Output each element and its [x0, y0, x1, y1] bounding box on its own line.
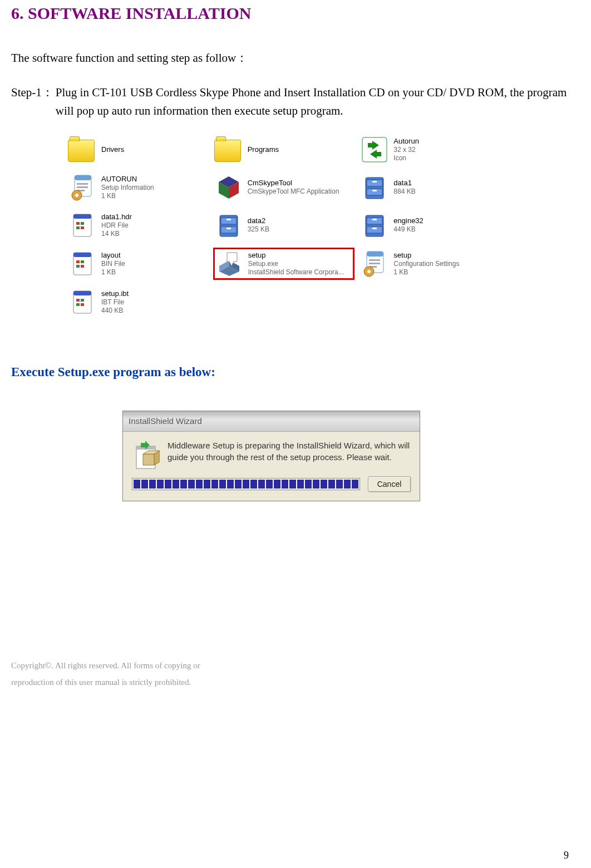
footer-line-2: reproduction of this user manual is stri… [11, 674, 580, 691]
step-1-body: Plug in CT-101 USB Cordless Skype Phone … [53, 83, 580, 121]
svg-rect-0 [362, 137, 387, 162]
generic-file-icon [68, 249, 97, 282]
footer-line-1: Copyright©. All rights reserved. All for… [11, 657, 580, 674]
progress-segment [134, 480, 140, 489]
svg-rect-21 [81, 222, 84, 225]
file-item[interactable]: data2325 KB [213, 210, 355, 241]
progress-segment [243, 480, 249, 489]
progress-segment [227, 480, 234, 489]
svg-rect-47 [369, 263, 380, 264]
page-number: 9 [564, 847, 569, 864]
subheading-execute-setup: Execute Setup.exe program as below: [11, 362, 580, 383]
generic-file-icon [68, 211, 97, 244]
svg-rect-23 [81, 226, 84, 229]
file-desc: 325 KB [248, 225, 269, 234]
svg-rect-30 [367, 218, 382, 224]
cabinet-file-icon [360, 211, 389, 244]
file-desc: InstallShield Software Corpora... [248, 268, 344, 277]
svg-rect-4 [75, 175, 91, 180]
file-item[interactable]: Programs [213, 134, 355, 165]
progress-segment [328, 480, 335, 489]
progress-segment [235, 480, 242, 489]
file-item[interactable]: setupConfiguration Settings1 KB [359, 248, 501, 280]
file-item[interactable]: engine32449 KB [359, 210, 501, 241]
svg-rect-33 [372, 228, 377, 229]
setup-exe-icon [215, 249, 244, 282]
progress-segment [297, 480, 304, 489]
progress-segment [336, 480, 343, 489]
progress-segment [149, 480, 156, 489]
mfc-app-icon [214, 173, 243, 206]
file-item[interactable]: CmSkypeToolCmSkypeTool MFC Application [213, 172, 355, 203]
file-desc: 32 x 32 [393, 146, 419, 154]
progress-segment [165, 480, 171, 489]
progress-segment [274, 480, 280, 489]
file-item[interactable]: setupSetup.exeInstallShield Software Cor… [213, 248, 355, 280]
progress-segment [321, 480, 327, 489]
wizard-title: InstallShield Wizard [123, 411, 420, 432]
file-listing: DriversProgramsAutorun32 x 32IconAUTORUN… [67, 134, 501, 318]
svg-rect-15 [367, 189, 382, 195]
copyright-footer: Copyright©. All rights reserved. All for… [11, 657, 580, 691]
file-name: setup.ibt [101, 289, 129, 298]
progress-segment [188, 480, 195, 489]
file-desc: 1 KB [101, 192, 154, 200]
file-item[interactable]: Autorun32 x 32Icon [359, 134, 501, 165]
config-file-icon [360, 249, 389, 282]
file-name: engine32 [393, 216, 423, 225]
file-item[interactable]: Drivers [67, 134, 209, 165]
file-item[interactable]: AUTORUNSetup Information1 KB [67, 172, 209, 203]
file-name: Programs [248, 145, 279, 154]
file-name: data2 [248, 216, 269, 225]
file-desc: Setup.exe [248, 260, 344, 268]
svg-rect-36 [76, 260, 80, 263]
heading-software-installation: 6. SOFTWARE INSTALLATION [11, 0, 580, 27]
autorun-arrow-icon [360, 135, 389, 168]
cancel-button[interactable]: Cancel [368, 476, 411, 492]
file-desc: BIN File [101, 260, 125, 268]
file-desc: Configuration Settings [393, 260, 459, 268]
folder-icon [214, 140, 241, 162]
file-item[interactable]: data1884 KB [359, 172, 501, 203]
installshield-wizard-dialog: InstallShield Wizard Middleware Setup is… [122, 411, 420, 501]
wizard-progress-bar [132, 478, 360, 490]
svg-rect-45 [367, 251, 383, 257]
progress-segment [352, 480, 358, 489]
file-name: data1 [393, 179, 415, 188]
file-name: CmSkypeTool [248, 179, 339, 188]
file-name: data1.hdr [101, 213, 132, 221]
progress-segment [266, 480, 273, 489]
svg-rect-35 [73, 253, 91, 257]
file-name: layout [101, 251, 125, 260]
svg-rect-27 [226, 219, 231, 220]
file-name: setup [393, 251, 459, 260]
svg-rect-53 [76, 299, 80, 302]
installer-package-icon [132, 440, 160, 471]
progress-segment [173, 480, 179, 489]
generic-file-icon [68, 288, 97, 320]
progress-segment [219, 480, 226, 489]
progress-segment [204, 480, 210, 489]
svg-rect-16 [372, 181, 377, 183]
file-item[interactable]: layoutBIN File1 KB [67, 248, 209, 280]
svg-rect-54 [81, 299, 84, 302]
svg-rect-32 [372, 219, 377, 220]
file-name: setup [248, 251, 344, 260]
svg-rect-31 [367, 226, 382, 233]
svg-rect-22 [76, 226, 80, 229]
cabinet-file-icon [360, 173, 389, 206]
file-desc: Icon [393, 154, 419, 162]
file-desc: 1 KB [101, 268, 125, 277]
progress-segment [141, 480, 148, 489]
progress-segment [289, 480, 296, 489]
intro-text: The software function and setting step a… [11, 49, 580, 68]
file-item[interactable]: setup.ibtIBT File440 KB [67, 287, 209, 318]
svg-rect-14 [367, 180, 382, 186]
wizard-body-text: Middleware Setup is preparing the Instal… [168, 440, 411, 463]
file-desc: HDR File [101, 221, 132, 230]
progress-segment [344, 480, 351, 489]
folder-icon [68, 140, 95, 162]
file-item[interactable]: data1.hdrHDR File14 KB [67, 210, 209, 241]
svg-rect-56 [81, 303, 84, 306]
file-name: AUTORUN [101, 175, 154, 184]
